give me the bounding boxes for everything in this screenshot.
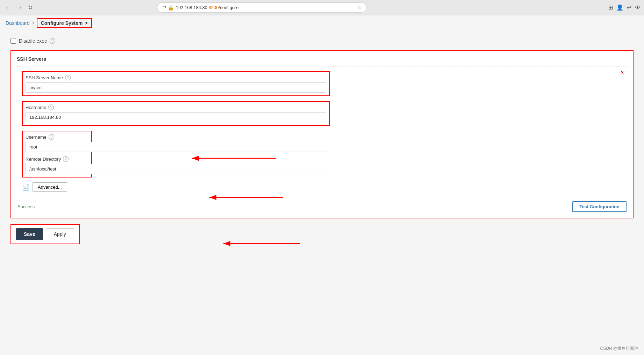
server-name-label: SSH Server Name bbox=[26, 75, 63, 80]
nav-buttons: ← → ↻ bbox=[3, 3, 35, 12]
main-content: Disable exec ? SSH Servers × SSH Server … bbox=[0, 31, 644, 355]
remote-dir-label: Remote Directory bbox=[26, 157, 61, 162]
save-apply-container: Save Apply bbox=[10, 218, 634, 244]
hostname-input[interactable] bbox=[26, 112, 326, 122]
username-help[interactable]: ? bbox=[49, 134, 54, 140]
advanced-row: 📄 Advanced... bbox=[22, 182, 622, 192]
profile-icon[interactable]: 👤 bbox=[616, 4, 623, 11]
breadcrumb: Dashboard > Configure System > bbox=[0, 15, 644, 31]
address-bar[interactable]: 🛡 🔒 192.168.184.80:9200/configure ☆ bbox=[157, 2, 367, 13]
close-entry-button[interactable]: × bbox=[620, 69, 624, 75]
username-label-row: Username ? bbox=[26, 134, 88, 140]
forward-button[interactable]: → bbox=[15, 4, 24, 12]
more-icon[interactable]: 👁 bbox=[635, 5, 641, 11]
breadcrumb-sep: > bbox=[32, 20, 35, 26]
hostname-field: Hostname ? bbox=[22, 101, 622, 126]
bottom-row: Success Test Configuration bbox=[17, 201, 627, 212]
breadcrumb-current: Configure System > bbox=[37, 18, 92, 28]
server-name-label-row: SSH Server Name ? bbox=[26, 75, 326, 80]
server-name-help[interactable]: ? bbox=[65, 75, 71, 80]
security-icons: 🛡 🔒 bbox=[162, 5, 174, 10]
remote-dir-help[interactable]: ? bbox=[63, 156, 69, 162]
file-icon: 📄 bbox=[22, 183, 30, 191]
save-apply-box: Save Apply bbox=[10, 224, 80, 244]
shield-icon: 🛡 bbox=[162, 5, 166, 10]
apply-button[interactable]: Apply bbox=[46, 228, 74, 240]
ssh-servers-title: SSH Servers bbox=[17, 56, 627, 62]
ssh-entry: × SSH Server Name ? bbox=[17, 66, 627, 197]
server-name-highlighted: SSH Server Name ? bbox=[22, 71, 330, 96]
username-remote-highlighted: Username ? Remote Directory ? bbox=[22, 131, 92, 178]
server-name-field: SSH Server Name ? bbox=[22, 71, 622, 96]
extensions-icon[interactable]: ⊞ bbox=[608, 4, 613, 11]
remote-dir-input[interactable] bbox=[26, 164, 326, 174]
breadcrumb-current-label: Configure System bbox=[41, 20, 83, 26]
hostname-label: Hostname bbox=[26, 105, 46, 110]
breadcrumb-dashboard[interactable]: Dashboard bbox=[6, 20, 30, 26]
advanced-button[interactable]: Advanced... bbox=[33, 182, 67, 192]
username-label: Username bbox=[26, 135, 46, 140]
remote-dir-group: Remote Directory ? bbox=[26, 156, 88, 174]
watermark: CSDN @摸鱼打酱油 bbox=[600, 346, 638, 352]
disable-exec-row: Disable exec ? bbox=[10, 38, 634, 44]
browser-chrome: ← → ↻ 🛡 🔒 192.168.184.80:9200/configure … bbox=[0, 0, 644, 15]
hostname-highlighted: Hostname ? bbox=[22, 101, 330, 126]
lock-icon: 🔒 bbox=[168, 5, 174, 10]
ssh-servers-box: SSH Servers × SSH Server Name ? bbox=[10, 50, 634, 218]
save-button[interactable]: Save bbox=[16, 228, 43, 240]
disable-exec-checkbox[interactable] bbox=[10, 38, 16, 44]
test-configuration-button[interactable]: Test Configuration bbox=[572, 201, 627, 212]
hostname-label-row: Hostname ? bbox=[26, 104, 326, 110]
status-success: Success bbox=[17, 204, 35, 209]
breadcrumb-chevron: > bbox=[85, 20, 88, 26]
bookmark-icon[interactable]: ☆ bbox=[357, 4, 362, 11]
hostname-help[interactable]: ? bbox=[48, 104, 54, 110]
back-button[interactable]: ← bbox=[3, 4, 13, 12]
remote-dir-label-row: Remote Directory ? bbox=[26, 156, 88, 162]
username-input[interactable] bbox=[26, 142, 326, 152]
disable-exec-help[interactable]: ? bbox=[50, 38, 55, 44]
url-text: 192.168.184.80:9200/configure bbox=[176, 5, 355, 10]
server-name-input[interactable] bbox=[26, 82, 326, 93]
reload-button[interactable]: ↻ bbox=[26, 3, 35, 12]
browser-toolbar: ⊞ 👤 ↩ 👁 bbox=[608, 4, 641, 11]
username-remote-field: Username ? Remote Directory ? bbox=[22, 131, 622, 178]
disable-exec-label: Disable exec bbox=[19, 38, 47, 44]
back-icon2[interactable]: ↩ bbox=[627, 4, 631, 11]
